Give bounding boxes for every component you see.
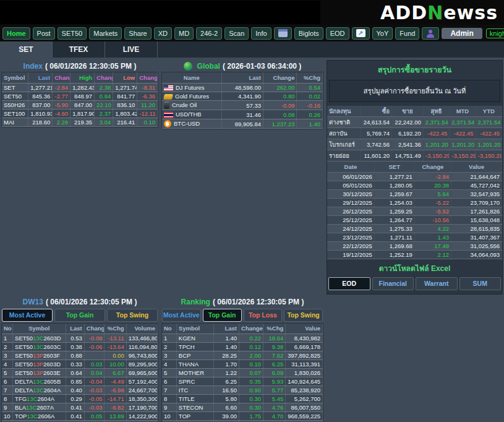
cell-symbol[interactable]: TOP13C2606A [13,412,66,421]
tab-live[interactable]: LIVE [105,41,158,58]
table-row[interactable]: 7DELTA13C2604A0.40-0.03-6.9824,667,700 [2,386,158,395]
dw13-tab-most-active[interactable]: Most Active [2,309,53,322]
cell-symbol[interactable]: SET5013C2603D [13,334,66,343]
table-row[interactable]: 10TOP13C2606A0.410.0513.8914,222,900 [2,412,158,421]
user-nav-button[interactable] [422,27,439,40]
nav-item-share[interactable]: Share [124,27,151,40]
cell-chg: -2.77 [53,92,70,100]
nav-item-xd[interactable]: XD [154,27,172,40]
table-row[interactable]: 8TITLE5.800.305.455,262,700 [162,395,323,403]
table-row[interactable]: 9BLA13C2607A0.41-0.03-6.8217,190,700 [2,403,158,412]
cell-last: 28.25 [213,351,239,360]
table-row[interactable]: 2SET5013C2603C0.38-0.06-13.64116,094,800 [2,343,158,351]
cell-chg: 1.75 [239,412,263,421]
table-row[interactable]: 9STECON6.600.304.7686,007,550 [162,403,323,412]
table-row[interactable]: 2TPCH1.400.129.386,669,178 [162,343,323,351]
table-row[interactable]: 8TFG13C2604A0.29-0.05-14.7118,350,300 [2,395,158,403]
cell-low: 836.10 [113,100,137,109]
nav-item-fund[interactable]: Fund [395,27,419,40]
cell-symbol[interactable]: SET5013P2603D [13,360,66,369]
nav-item-home[interactable]: Home [2,27,30,40]
cell-val: 968,559,225 [286,412,323,421]
excel-financial-button[interactable]: Financial [372,277,414,290]
cell-symbol[interactable]: SET5013C2603C [13,343,66,351]
cell-sym: TPCH [176,343,213,351]
cell-symbol[interactable]: DELTA13C2604A [13,386,66,395]
nav-item-info[interactable]: Info [251,27,271,40]
table-row[interactable]: 6DELTA13C2605B0.85-0.04-4.4957,192,400 [2,377,158,386]
table-row[interactable]: 3SET5013P2603F0.880.0096,743,800 [2,351,158,360]
cell-last: 1,810.93 [28,109,53,118]
cell-no: 4 [162,360,176,369]
table-row[interactable]: 3BCP28.252.007.62397,892,825 [162,351,323,360]
column-header: %Chg [263,324,285,334]
cell-high: 847.00 [70,100,95,109]
table-row[interactable]: 6SPRC6.250.355.93140,924,645 [162,377,323,386]
chart-nav-button[interactable] [352,27,370,40]
cell-symbol[interactable]: SET5013P2603E [13,369,66,377]
cell-last: 837.00 [28,100,53,109]
cell-symbol[interactable]: DELTA13C2605B [13,377,66,386]
nav-item-eod[interactable]: EOD [326,27,349,40]
nav-item-md[interactable]: MD [174,27,194,40]
table-row[interactable]: 4THANA1.700.106.2531,113,391 [162,360,323,369]
dw13-tab-top-swing[interactable]: Top Swing [107,309,158,322]
column-header: Last [28,72,53,83]
table-row[interactable]: 5MOTHER1.220.076.091,830,026 [162,369,323,377]
column-header: Last [221,72,263,83]
cell-symbol[interactable]: SET5013P2603F [13,351,66,360]
nav-item-set50[interactable]: SET50 [58,27,87,40]
tab-set[interactable]: SET [0,41,53,58]
cell-set: 1,277.21 [374,172,414,181]
excel-warrant-button[interactable]: Warrant [416,277,458,290]
cell-symbol[interactable]: BLA13C2607A [13,403,66,412]
cell-low: 841.77 [113,92,137,100]
cell-lchg: 11.20 [137,100,158,109]
ranking-tab-most-active[interactable]: Most Active [162,309,201,322]
table-row[interactable]: 10TOP39.001.754.70968,559,225 [162,412,323,421]
admin-button[interactable]: Admin [442,28,482,39]
nav-item-246-2[interactable]: 246-2 [196,27,222,40]
nav-item-post[interactable]: Post [33,27,55,40]
ranking-tab-top-swing[interactable]: Top Swing [284,309,323,322]
dw13-tab-top-gain[interactable]: Top Gain [54,309,105,322]
ad-placeholder [0,1,320,24]
calendar-nav-button[interactable] [274,27,292,40]
cell-chg: 17.49 [414,241,451,250]
cell-no: 5 [2,369,13,377]
table-row[interactable]: 5SET5013P2603E0.640.046.6769,965,600 [2,369,158,377]
nav-item-markets[interactable]: Markets [89,27,122,40]
column-header: Change [95,72,113,83]
cell-no: 10 [162,412,176,421]
table-row[interactable]: 7ITC16.500.905.7785,238,920 [162,386,323,395]
cell-val: 86,007,550 [286,403,323,412]
table-row[interactable]: 1KGEN1.400.2218.648,430,982 [162,334,323,343]
tab-tfex[interactable]: TFEX [53,41,105,58]
ranking-tab-top-gain[interactable]: Top Gain [203,309,242,322]
symbol-suffix: 2603D [43,361,61,368]
nav-item-biglots[interactable]: Biglots [294,27,323,40]
column-header: Last [66,324,84,334]
ranking-tab-top-loss[interactable]: Top Loss [244,309,283,322]
cell-vol: 69,965,600 [126,369,157,377]
excel-sum-button[interactable]: SUM [459,277,502,290]
cell-name: Crude Oil [162,100,221,110]
nav-item-scan[interactable]: Scan [224,27,249,40]
excel-eod-button[interactable]: EOD [328,277,370,290]
global-timestamp: ( 2026-01-03 06:34:00 ) [223,62,301,71]
username-badge[interactable]: knight [486,28,504,38]
cell-chg: 0.08 [263,110,296,119]
cell-last: 0.40 [66,386,84,395]
cell-no: 6 [2,377,13,386]
cell-val: 28,615,835 [451,224,502,233]
cell-pchg: 6.25 [263,360,285,369]
nav-item-yoy[interactable]: YoY [372,27,393,40]
table-row[interactable]: 1SET5013C2603D0.53-0.08-13.11133,466,800 [2,334,158,343]
table-row[interactable]: 4SET5013P2603D0.330.0310.0089,295,900 [2,360,158,369]
cell-symbol[interactable]: TFG13C2604A [13,395,66,403]
cell-symbol: SET [2,83,28,92]
cell-high: 1,282.43 [70,83,95,92]
cell-mtd: 1,201.20 [450,139,476,150]
cell-no: 10 [2,412,13,421]
cell-hchg: 22.10 [95,100,113,109]
